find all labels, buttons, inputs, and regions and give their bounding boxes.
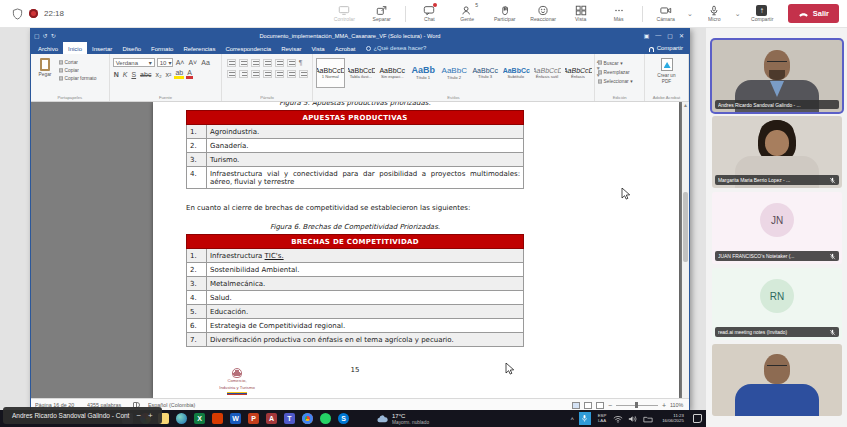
print-layout-icon[interactable]	[584, 402, 592, 409]
save-icon[interactable]: ▢	[34, 32, 40, 39]
highlight-button[interactable]: ab	[174, 69, 184, 79]
close-icon[interactable]: ✕	[679, 32, 684, 39]
style-normal[interactable]: AaBbCcD1 Normal	[316, 58, 345, 88]
align-right-icon[interactable]	[251, 70, 260, 78]
bold-button[interactable]: N	[113, 71, 120, 78]
align-left-icon[interactable]	[227, 70, 236, 78]
participant-tile-margarita[interactable]: Margarita Maria Berrio Lopez - ...	[712, 116, 842, 188]
wifi-icon[interactable]	[613, 415, 623, 423]
sort-icon[interactable]	[287, 59, 296, 67]
word-share-button[interactable]: Compartir	[649, 42, 689, 54]
copy-button[interactable]: Copiar	[59, 68, 96, 73]
access-icon[interactable]: A	[266, 413, 277, 424]
style-enfasis[interactable]: AaBbCcDÉnfasis	[564, 58, 593, 88]
mic-button[interactable]: Micro	[696, 1, 732, 27]
pilcrow-icon[interactable]: ¶	[299, 59, 303, 67]
undo-icon[interactable]: ↺	[43, 32, 48, 39]
share-screen-button[interactable]: ↑ Compartir	[744, 1, 780, 27]
powerpoint-icon[interactable]: P	[248, 413, 259, 424]
create-pdf-button[interactable]: Crear un PDF	[652, 74, 681, 85]
borders-icon[interactable]	[299, 70, 308, 78]
leave-button[interactable]: Salir	[788, 4, 839, 23]
tab-diseno[interactable]: Diseño	[117, 42, 146, 54]
font-family-select[interactable]: Verdana▾	[113, 58, 155, 67]
control-button[interactable]: Controlar	[326, 1, 362, 27]
skype-icon[interactable]: S	[338, 413, 349, 424]
read-mode-icon[interactable]	[572, 402, 580, 409]
ribbon-options-icon[interactable]: ▣	[644, 32, 650, 39]
tab-revisar[interactable]: Revisar	[276, 42, 306, 54]
mic-chevron-icon[interactable]: ⌄	[735, 10, 741, 18]
underline-button[interactable]: S	[130, 71, 137, 78]
redo-icon[interactable]: ↻	[51, 32, 56, 39]
participant-tile-5[interactable]	[712, 344, 842, 416]
font-color-button[interactable]: A	[186, 69, 193, 79]
paste-button[interactable]: Pegar	[34, 56, 56, 93]
shading-icon[interactable]	[287, 70, 296, 78]
camera-button[interactable]: Cámara	[648, 1, 684, 27]
active-mic-indicator[interactable]	[579, 412, 591, 425]
tab-inicio[interactable]: Inicio	[63, 42, 87, 54]
tab-correspondencia[interactable]: Correspondencia	[220, 42, 276, 54]
whatsapp-icon[interactable]	[320, 413, 331, 424]
zoom-level[interactable]: 110%	[670, 402, 683, 407]
superscript-button[interactable]: x²	[165, 71, 173, 78]
style-titulo-1[interactable]: AaBbTítulo 1	[409, 58, 438, 88]
replace-button[interactable]: Reemplazar	[598, 70, 633, 75]
minimize-icon[interactable]: —	[655, 32, 661, 39]
web-layout-icon[interactable]	[596, 402, 604, 409]
justify-icon[interactable]	[263, 70, 272, 78]
format-painter-button[interactable]: Copiar formato	[59, 76, 96, 81]
tab-archivo[interactable]: Archivo	[33, 42, 63, 54]
edge-icon[interactable]	[176, 413, 187, 424]
numbered-list-icon[interactable]	[239, 59, 248, 67]
popout-button[interactable]: Separar	[364, 1, 400, 27]
zoom-in-icon[interactable]: +	[662, 402, 666, 409]
react-button[interactable]: Reaccionar	[525, 1, 561, 27]
onedrive-folder-icon[interactable]	[643, 415, 653, 423]
pill-zoom-out-button[interactable]: −	[136, 411, 141, 420]
raise-hand-button[interactable]: Participar	[487, 1, 523, 27]
teams-icon[interactable]: T	[284, 413, 295, 424]
keyboard-language[interactable]: ESPLAA	[598, 414, 607, 423]
participant-tile-juan-notetaker[interactable]: JN JUAN FRANCISCO's Notetaker (...	[712, 192, 842, 264]
scrollbar-thumb[interactable]	[683, 192, 688, 262]
multilevel-list-icon[interactable]	[251, 59, 260, 67]
subscript-button[interactable]: x₂	[154, 71, 162, 78]
style-titulo-2[interactable]: AaBbCTítulo 2	[440, 58, 469, 88]
excel-icon[interactable]: X	[194, 413, 205, 424]
find-button[interactable]: Buscar▾	[598, 60, 633, 66]
tell-me-box[interactable]: ¿Qué desea hacer?	[360, 42, 432, 54]
camera-chevron-icon[interactable]: ⌄	[687, 10, 693, 18]
word-icon[interactable]: W	[230, 413, 241, 424]
tab-referencias[interactable]: Referencias	[178, 42, 220, 54]
style-enfasis-sutil[interactable]: AaBbCcDÉnfasis sutil	[533, 58, 562, 88]
change-case-button[interactable]: Aa	[200, 59, 211, 66]
style-titulo-3[interactable]: AaBbCcTítulo 3	[471, 58, 500, 88]
more-button[interactable]: Más	[601, 1, 637, 27]
scroll-up-icon[interactable]: ▲	[682, 102, 689, 108]
restore-icon[interactable]: ▢	[667, 32, 673, 39]
tray-expand-icon[interactable]: ˄	[570, 416, 574, 422]
tab-acrobat[interactable]: Acrobat	[330, 42, 361, 54]
style-subtitulo[interactable]: AaBbCcSubtítulo	[502, 58, 531, 88]
participant-tile-andres[interactable]: Andres Ricardo Sandoval Galindo - ...	[712, 40, 842, 112]
chat-button[interactable]: Chat	[411, 1, 447, 27]
volume-icon[interactable]	[628, 415, 638, 423]
align-center-icon[interactable]	[239, 70, 248, 78]
decrease-indent-icon[interactable]	[263, 59, 272, 67]
cut-button[interactable]: Cortar	[59, 60, 96, 65]
participant-tile-readai[interactable]: RN read.ai meeting notes (Invitado)	[712, 268, 842, 340]
zoom-slider-thumb[interactable]	[635, 402, 638, 408]
select-button[interactable]: Seleccionar▾	[598, 79, 633, 85]
style-tabla[interactable]: AaBbCcDTabla ilust...	[347, 58, 376, 88]
shrink-font-button[interactable]: A˅	[187, 59, 198, 66]
zoom-out-icon[interactable]: −	[608, 402, 612, 409]
people-button[interactable]: 5 Gente	[449, 1, 485, 27]
tab-vista[interactable]: Vista	[306, 42, 329, 54]
font-size-select[interactable]: 10▾	[157, 58, 173, 67]
bullet-list-icon[interactable]	[227, 59, 236, 67]
weather-widget[interactable]: 17°C Mayorm. nublado	[377, 413, 438, 425]
chrome-icon[interactable]	[302, 413, 313, 424]
view-button[interactable]: Vista	[563, 1, 599, 27]
